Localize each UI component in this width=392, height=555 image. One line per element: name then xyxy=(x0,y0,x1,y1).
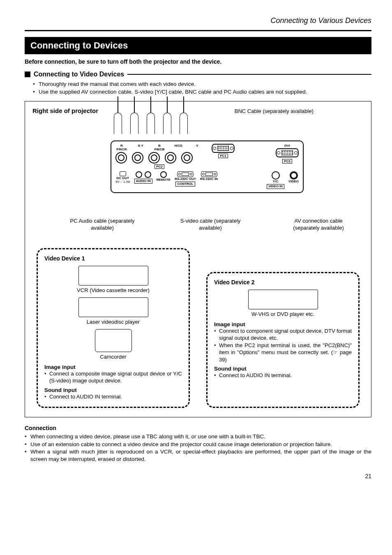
dcout-label: DC OUT xyxy=(117,176,129,180)
connection-bullet: Use of an extension cable to connect a v… xyxy=(25,441,371,448)
sound-input-heading: Sound input xyxy=(44,387,182,393)
sound-input-text: Connect to AUDIO IN terminal. xyxy=(44,393,182,401)
connection-list: When connecting a video device, please u… xyxy=(25,433,371,463)
warning-text: Before connection, be sure to turn off b… xyxy=(25,58,371,65)
diagram-container: Right side of projector BNC Cable (separ… xyxy=(25,101,371,418)
rule-line xyxy=(127,74,371,75)
dvd-caption: W-VHS or DVD player etc. xyxy=(214,311,352,317)
subsection-title: Connecting to Video Devices xyxy=(34,71,124,78)
bnc-port-labels: R PR/CR G Y B PB/CB H/CS V xyxy=(115,144,203,151)
svideo-port-icon xyxy=(272,171,280,180)
rs232-port-icon xyxy=(177,171,194,177)
bullet: Use the supplied AV connection cable. S-… xyxy=(33,88,371,96)
dsub-port-icon xyxy=(212,144,235,153)
laserdisc-caption: Laser videodisc player xyxy=(44,319,182,325)
cable-labels-row: PC Audio cable (separately available) S-… xyxy=(65,218,355,232)
video-label: VIDEO xyxy=(288,180,299,183)
image-input-text: Connect a composite image signal output … xyxy=(44,370,182,385)
page-number: 21 xyxy=(25,473,371,479)
pc2-label: PC2 xyxy=(154,164,164,169)
pc-audio-cable-label: PC Audio cable (separately available) xyxy=(65,218,139,232)
av-cable-label: AV connection cable (separately availabl… xyxy=(281,218,355,232)
video-port-icon xyxy=(290,171,298,180)
projector-side-label: Right side of projector xyxy=(32,107,364,114)
pc3-label: PC3 xyxy=(282,159,292,164)
image-input-text: When the PC2 input terminal is used, the… xyxy=(214,342,352,364)
projector-panel: R PR/CR G Y B PB/CB H/CS V PC2 PC1 xyxy=(111,140,304,193)
bnc-plugs xyxy=(114,113,188,134)
videoin-label: VIDEO IN xyxy=(267,184,284,189)
bnc-port-icon xyxy=(115,152,127,164)
bullet: Thoroughly read the manual that comes wi… xyxy=(33,81,371,88)
dvi-label: DVI xyxy=(284,144,290,147)
connection-bullet: When a signal with much jitter is reprod… xyxy=(25,448,371,463)
camcorder-icon xyxy=(95,329,132,352)
svideo-cable-label: S-video cable (separately available) xyxy=(173,218,247,232)
audioin-label: AUDIO IN xyxy=(134,179,152,184)
image-input-heading: Image input xyxy=(214,321,352,327)
subsection-row: Connecting to Video Devices xyxy=(25,71,371,78)
video-device-1-group: Video Device 1 VCR (Video cassette recor… xyxy=(37,248,190,408)
bnc-port-icon xyxy=(165,152,176,164)
bnc-port-icon xyxy=(181,152,193,164)
yc-label: Y/C xyxy=(273,180,278,183)
divider xyxy=(25,30,371,31)
image-input-heading: Image input xyxy=(44,364,182,370)
image-input-text: Connect to component signal output devic… xyxy=(214,327,352,342)
camcorder-caption: Camcorder xyxy=(44,354,182,360)
device1-title: Video Device 1 xyxy=(44,255,182,262)
laserdisc-icon xyxy=(78,297,148,317)
bnc-port-icon xyxy=(148,152,160,164)
remote-label: REMOTE xyxy=(157,178,171,182)
pc1-label: PC1 xyxy=(218,154,228,159)
connection-heading: Connection xyxy=(25,425,371,431)
bnc-cable-note: BNC Cable (separately available) xyxy=(235,108,314,114)
page-header: Connecting to Various Devices xyxy=(25,16,371,28)
dvd-icon xyxy=(248,290,318,309)
connection-bullet: When connecting a video device, please u… xyxy=(25,433,371,440)
dvi-port-icon xyxy=(276,148,299,157)
rs232in-label: RS-232C IN xyxy=(200,177,218,181)
vcr-caption: VCR (Video cassette recorder) xyxy=(44,287,182,293)
subsection-bullets: Thoroughly read the manual that comes wi… xyxy=(25,81,371,96)
sound-input-text: Connect to AUDIO IN terminal. xyxy=(214,372,352,379)
sound-input-heading: Sound input xyxy=(214,366,352,372)
section-title: Connecting to Devices xyxy=(25,37,371,54)
device2-title: Video Device 2 xyxy=(214,279,352,286)
dcout-spec: 5V ⎓ 1.5A xyxy=(115,180,130,184)
rs232-port-icon xyxy=(201,171,217,177)
control-label: CONTROL xyxy=(175,182,195,187)
bnc-port-icon xyxy=(132,152,143,164)
video-device-2-group: Video Device 2 W-VHS or DVD player etc. … xyxy=(206,272,360,408)
vcr-icon xyxy=(78,266,148,286)
rs232out-label: RS-232C OUT xyxy=(175,177,196,181)
